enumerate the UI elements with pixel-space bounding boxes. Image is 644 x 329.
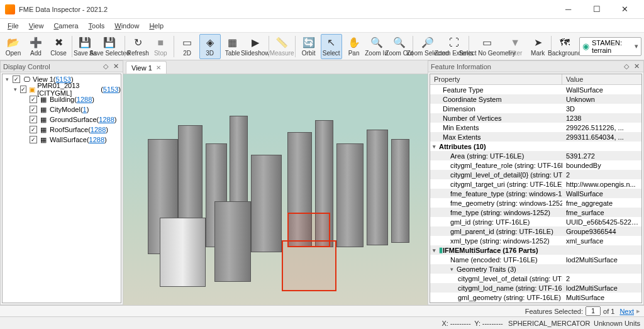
property-row[interactable]: gml_geometry (string: UTF-16LE)MultiSurf… [430, 293, 641, 302]
property-column[interactable]: Property [430, 74, 562, 84]
stop-icon: ■ [154, 36, 167, 49]
select-button[interactable]: ↖Select [321, 34, 342, 59]
maximize-button[interactable]: ☐ [582, 0, 611, 19]
checkbox[interactable]: ✓ [30, 136, 37, 143]
zoomsel-icon: 🔎 [421, 36, 434, 49]
tab-view1[interactable]: View 1 ✕ [126, 61, 167, 74]
toolbar: 📂Open ➕Add ✖Close 💾Save As 💾Save Selecte… [0, 33, 644, 60]
property-row[interactable]: ▾▮ IFMEMultiSurface (176 Parts) [430, 245, 641, 255]
property-row[interactable]: citygml_feature_role (string: UTF-16LE)b… [430, 160, 641, 170]
3d-button[interactable]: ◈3D [199, 34, 221, 59]
slideshow-button[interactable]: ▶Slideshow [245, 34, 266, 59]
2d-button[interactable]: ▭2D [177, 34, 198, 59]
property-row[interactable]: Dimension3D [430, 104, 641, 113]
layer-row[interactable]: ✓▦RoofSurface ( 1288 ) [3, 125, 121, 135]
property-row[interactable]: citygml_level_of_detail (string: UTF-16L… [430, 274, 641, 283]
stop-button: ■Stop [150, 34, 171, 59]
background-icon: 🗺 [558, 36, 571, 49]
property-row[interactable]: citygml_target_uri (string: UTF-16LE)htt… [430, 179, 641, 189]
selection-index-input[interactable] [586, 306, 601, 316]
value-column[interactable]: Value [562, 74, 587, 84]
close-window-button[interactable]: ✕ [611, 0, 639, 19]
2d-icon: ▭ [181, 36, 194, 49]
property-row[interactable]: citygml_level_of_detail{0} (string: UTF-… [430, 170, 641, 179]
property-row[interactable]: xml_type (string: windows-1252)xml_surfa… [430, 236, 641, 245]
feature-info-title: Feature Information [431, 63, 491, 70]
tab-close-icon[interactable]: ✕ [156, 64, 161, 71]
view-tabs: View 1 ✕ [123, 60, 428, 74]
property-row[interactable]: Min Extents299226.511226, ... [430, 123, 641, 132]
savesel-button[interactable]: 💾Save Selected [97, 34, 121, 59]
expand-icon[interactable]: ▾ [4, 76, 11, 83]
selected-feature[interactable] [282, 240, 336, 291]
orbit-button[interactable]: 🔄Orbit [298, 34, 319, 59]
zoomext-icon: ⛶ [448, 36, 460, 49]
checkbox[interactable]: ✓ [30, 126, 37, 133]
checkbox[interactable]: ✓ [30, 96, 37, 103]
basemap-selector[interactable]: ◉ STAMEN: terrain ▾ [579, 37, 641, 56]
measure-button: 📏Measure [271, 34, 292, 59]
property-row[interactable]: Area (string: UTF-16LE)5391.272 [430, 151, 641, 160]
menu-camera[interactable]: Camera [48, 21, 83, 31]
layer-row[interactable]: ✓▦GroundSurface ( 1288 ) [3, 114, 121, 125]
close-button[interactable]: ✖Close [48, 34, 69, 59]
property-row[interactable]: fme_type (string: windows-1252)fme_surfa… [430, 208, 641, 217]
layer-tree[interactable]: ▾✓🖵View 1 ( 5153 ) ▾✓▣PMR01_2013 [CITYGM… [2, 74, 121, 303]
checkbox[interactable]: ✓ [30, 116, 37, 123]
panel-float-button[interactable]: ◇ [622, 62, 631, 71]
next-link[interactable]: Next [619, 308, 634, 315]
expand-icon[interactable]: ▾ [13, 86, 18, 93]
save-selected-icon: 💾 [103, 36, 116, 49]
open-icon: 📂 [7, 36, 19, 49]
property-row[interactable]: fme_feature_type (string: windows-1252)W… [430, 189, 641, 198]
property-row[interactable]: citygml_lod_name (string: UTF-16LE)lod2M… [430, 283, 641, 293]
zoomout-icon: 🔍 [393, 36, 406, 49]
panel-close-button[interactable]: ✕ [632, 62, 641, 71]
property-row[interactable]: Max Extents299311.654034, ... [430, 132, 641, 142]
menu-file[interactable]: File [3, 21, 24, 31]
checkbox[interactable]: ✓ [20, 86, 26, 93]
layer-row[interactable]: ✓▦Building ( 1288 ) [3, 94, 121, 104]
panel-close-button[interactable]: ✕ [111, 62, 120, 71]
layer-row[interactable]: ✓▦CityModel ( 1 ) [3, 104, 121, 114]
mark-button[interactable]: ➤Mark [527, 34, 548, 59]
orbit-icon: 🔄 [303, 36, 315, 49]
property-row[interactable]: Name (encoded: UTF-16LE)lod2MultiSurface [430, 255, 641, 264]
property-grid[interactable]: Property Value Feature TypeWallSurfaceCo… [430, 74, 642, 303]
menu-view[interactable]: View [24, 21, 49, 31]
property-row[interactable]: ▾Geometry Traits (3) [430, 264, 641, 274]
window-title: FME Data Inspector - 2021.2 [19, 6, 554, 13]
table-button[interactable]: ▦Table [222, 34, 243, 59]
property-row[interactable]: ▾Attributes (10) [430, 142, 641, 151]
menu-bar: File View Camera Tools Window Help [0, 19, 644, 33]
menu-tools[interactable]: Tools [84, 21, 110, 31]
layer-icon: ▦ [39, 95, 48, 104]
zoomin-button[interactable]: 🔍Zoom In [366, 34, 387, 59]
refresh-icon: ↻ [131, 36, 144, 49]
minimize-button[interactable]: ─ [554, 0, 582, 19]
3d-viewport[interactable] [123, 74, 428, 305]
pan-button[interactable]: ✋Pan [343, 34, 365, 59]
filter-button: ▼Filter [504, 34, 526, 59]
property-row[interactable]: Feature TypeWallSurface [430, 85, 641, 94]
property-row[interactable]: gml_parent_id (string: UTF-16LE)Groupe93… [430, 226, 641, 236]
panel-float-button[interactable]: ◇ [101, 62, 110, 71]
center-area: View 1 ✕ [123, 60, 428, 305]
checkbox[interactable]: ✓ [13, 75, 20, 83]
property-row[interactable]: Coordinate SystemUnknown [430, 94, 641, 104]
property-row[interactable]: fme_geometry (string: windows-1252)fme_a… [430, 198, 641, 208]
checkbox[interactable]: ✓ [30, 106, 37, 113]
menu-help[interactable]: Help [144, 21, 169, 31]
refresh-button[interactable]: ↻Refresh [127, 34, 148, 59]
layer-row[interactable]: ✓▦WallSurface ( 1288 ) [3, 135, 121, 145]
background-button[interactable]: 🗺Background [554, 34, 575, 59]
property-row[interactable]: Number of Vertices1238 [430, 113, 641, 123]
layer-icon: ▦ [39, 135, 48, 144]
property-row[interactable]: gml_id (string: UTF-16LE)UUID_e56b5425-5… [430, 217, 641, 226]
selnogeom-button[interactable]: ▭Select No Geometry [471, 34, 503, 59]
basemap-icon: ◉ [582, 42, 589, 51]
add-button[interactable]: ➕Add [25, 34, 47, 59]
open-button[interactable]: 📂Open [3, 34, 24, 59]
property-row[interactable]: Front Appearance Reference [430, 302, 641, 303]
menu-window[interactable]: Window [109, 21, 144, 31]
